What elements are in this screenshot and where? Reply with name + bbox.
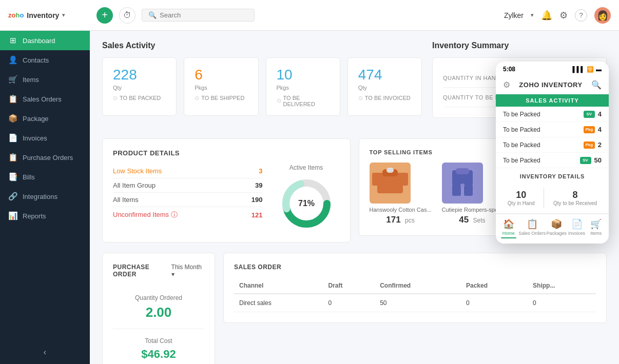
mobile-nav-invoices[interactable]: 📄 Invoices xyxy=(568,218,586,238)
ts-img-1 xyxy=(370,163,411,204)
sa-shipped-value: 6 xyxy=(195,66,247,84)
mobile-sa-count-3: 2 xyxy=(598,141,602,149)
history-button[interactable]: ⏱ xyxy=(119,7,136,24)
mobile-sa-row-3: To be Packed Pkg 2 xyxy=(496,137,609,153)
sa-delivered-label: Pkgs xyxy=(277,85,330,91)
ts-item-1: Hanswooly Cotton Cas... 171 pcs xyxy=(370,163,432,225)
mobile-nav-home[interactable]: 🏠 Home xyxy=(499,218,518,238)
sa-packed-sub: ⊙ TO BE PACKED xyxy=(113,95,166,102)
sidebar-item-dashboard[interactable]: ⊞ Dashboard xyxy=(0,31,90,50)
purchase-order-card: PURCHASE ORDER This Month ▾ Quantity Ord… xyxy=(102,253,215,364)
mobile-sa-badge-1: SV 4 xyxy=(584,110,602,118)
mobile-sa-rows: To be Packed SV 4 To be Packed Pkg 4 To … xyxy=(496,107,609,168)
item-group-value: 39 xyxy=(255,181,262,189)
svg-rect-12 xyxy=(456,168,469,174)
mobile-app-header: ⚙ ZOHO INVENTORY 🔍 xyxy=(496,77,609,94)
sidebar-item-package[interactable]: 📦 Package xyxy=(0,109,90,128)
mobile-nav-sales[interactable]: 📋 Sales Orders xyxy=(518,218,546,238)
org-chevron-icon[interactable]: ▾ xyxy=(531,12,534,18)
svg-text:71%: 71% xyxy=(298,199,314,208)
sidebar-item-sales-orders[interactable]: 📋 Sales Orders xyxy=(0,89,90,109)
so-title: SALES ORDER xyxy=(234,264,596,271)
sidebar-item-bills[interactable]: 📑 Bills xyxy=(0,167,90,187)
bills-icon: 📑 xyxy=(8,172,17,181)
sa-card-delivered[interactable]: 10 Pkgs ⊙ TO BE DELIVERED xyxy=(266,57,340,116)
mobile-sa-label-2: To be Packed xyxy=(503,126,540,133)
user-avatar[interactable]: 👩 xyxy=(594,7,611,24)
settings-icon[interactable]: ⚙ xyxy=(559,10,568,21)
svg-point-13 xyxy=(460,184,465,188)
search-bar[interactable]: 🔍 xyxy=(142,9,255,22)
mobile-invoices-label: Invoices xyxy=(568,231,585,236)
help-icon[interactable]: ? xyxy=(575,9,587,22)
svg-rect-11 xyxy=(464,185,473,196)
sales-order-card: SALES ORDER Channel Draft Confirmed Pack… xyxy=(223,253,607,323)
table-row[interactable]: Direct sales 0 50 0 0 xyxy=(234,294,596,312)
mobile-sa-badge-2: Pkg 4 xyxy=(584,126,602,133)
add-button[interactable]: + xyxy=(96,7,113,24)
col-confirmed: Confirmed xyxy=(375,278,461,294)
notification-icon[interactable]: 🔔 xyxy=(541,10,552,21)
signal-icon: ▌▌▌ xyxy=(573,66,585,72)
mobile-search-icon[interactable]: 🔍 xyxy=(591,80,602,90)
mobile-sales-icon: 📋 xyxy=(527,218,538,230)
history-icon: ⏱ xyxy=(123,11,131,20)
mobile-nav-items[interactable]: 🛒 Items xyxy=(587,218,605,238)
sidebar-item-contacts[interactable]: 👤 Contacts xyxy=(0,50,90,70)
po-header: PURCHASE ORDER This Month ▾ xyxy=(113,264,204,278)
items-icon: 🛒 xyxy=(8,75,17,84)
sidebar-item-purchase-orders[interactable]: 📋 Purchase Orders xyxy=(0,148,90,167)
sidebar-item-items[interactable]: 🛒 Items xyxy=(0,70,90,89)
sidebar-label-items: Items xyxy=(23,76,39,84)
mobile-gear-icon[interactable]: ⚙ xyxy=(503,80,510,90)
mobile-packages-icon: 📦 xyxy=(551,218,562,230)
svg-rect-5 xyxy=(372,173,380,186)
clock-icon-2: ⊙ xyxy=(195,95,199,102)
pd-row-low-stock[interactable]: Low Stock Items 3 xyxy=(113,164,263,178)
sidebar-label-package: Package xyxy=(23,115,49,123)
cell-draft: 0 xyxy=(323,294,375,312)
mobile-qty-to-receive-label: Qty to be Received xyxy=(553,200,597,206)
sales-activity-cards: 228 Qty ⊙ TO BE PACKED 6 Pkgs ⊙ xyxy=(102,57,422,116)
org-name[interactable]: Zylker xyxy=(504,11,524,19)
mobile-sa-badge-3: Pkg 2 xyxy=(584,141,602,149)
sidebar-item-reports[interactable]: 📊 Reports xyxy=(0,206,90,226)
mobile-sa-row-4: To be Packed SV 50 xyxy=(496,153,609,168)
inv-in-hand-label: QUANTITY IN HAND xyxy=(443,75,500,81)
ts-name-2: Cutiepie Rompers-spo... xyxy=(442,207,503,213)
contacts-icon: 👤 xyxy=(8,55,17,65)
sa-card-packed[interactable]: 228 Qty ⊙ TO BE PACKED xyxy=(102,57,177,116)
logo-chevron-icon[interactable]: ▾ xyxy=(62,12,65,18)
sa-card-shipped[interactable]: 6 Pkgs ⊙ TO BE SHIPPED xyxy=(184,57,258,116)
mobile-nav-packages[interactable]: 📦 Packages xyxy=(546,218,567,238)
mobile-items-icon: 🛒 xyxy=(590,218,602,230)
pd-row-unconfirmed[interactable]: Unconfirmed Items ⓘ 121 xyxy=(113,207,263,223)
sales-order-section: SALES ORDER Channel Draft Confirmed Pack… xyxy=(223,253,607,364)
mobile-app-name: ZOHO INVENTORY xyxy=(519,81,582,89)
sidebar-item-integrations[interactable]: 🔗 Integrations xyxy=(0,187,90,206)
col-channel: Channel xyxy=(234,278,323,294)
mobile-sa-count-2: 4 xyxy=(598,126,602,133)
clock-icon: ⊙ xyxy=(113,95,118,102)
sidebar-collapse-btn[interactable]: ‹ xyxy=(0,340,90,364)
sidebar-item-invoices[interactable]: 📄 Invoices xyxy=(0,128,90,148)
sa-card-invoiced[interactable]: 474 Qty ⊙ TO BE INVOICED xyxy=(347,57,422,116)
po-qty-value: 2.00 xyxy=(113,305,204,320)
ts-name-1: Hanswooly Cotton Cas... xyxy=(370,207,432,213)
po-total-value: $46.92 xyxy=(113,348,204,361)
product-details-section: PRODUCT DETAILS Low Stock Items 3 All It… xyxy=(102,138,351,242)
po-filter-dropdown[interactable]: This Month ▾ xyxy=(171,264,204,278)
mobile-home-underline xyxy=(501,237,516,238)
sa-delivered-value: 10 xyxy=(277,66,330,84)
sales-activity-title: Sales Activity xyxy=(102,41,422,50)
search-input[interactable] xyxy=(160,11,248,19)
nav-right: Zylker ▾ 🔔 ⚙ ? 👩 xyxy=(504,7,611,24)
mobile-time: 5:08 xyxy=(503,66,515,73)
svg-rect-10 xyxy=(452,185,461,196)
purchase-order-section: PURCHASE ORDER This Month ▾ Quantity Ord… xyxy=(102,253,215,364)
mobile-sa-label-3: To be Packed xyxy=(503,141,540,149)
pd-row-item-group: All Item Group 39 xyxy=(113,178,263,193)
clock-icon-3: ⊙ xyxy=(277,97,281,104)
ts-img-2 xyxy=(442,163,483,204)
sidebar-label-purchase-orders: Purchase Orders xyxy=(23,154,73,161)
